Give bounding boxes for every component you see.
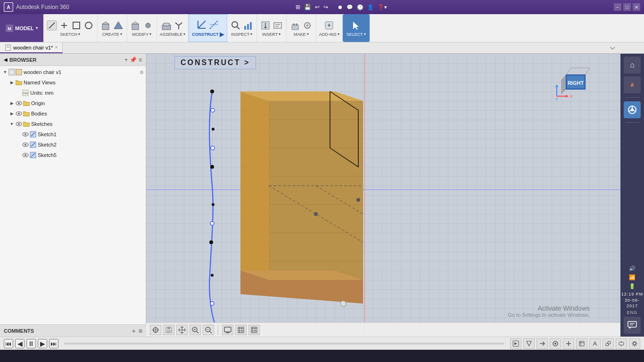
sketch1-eye-icon[interactable] bbox=[22, 131, 29, 138]
record-btn[interactable]: ⏺ bbox=[338, 4, 343, 10]
anim-icon1[interactable] bbox=[510, 338, 521, 349]
browser-pin-btn[interactable]: 📌 bbox=[130, 57, 137, 63]
root-checkbox[interactable] bbox=[8, 69, 15, 75]
view-cube[interactable]: RIGHT Z X bbox=[554, 58, 592, 96]
create-group[interactable]: CREATE▾ bbox=[98, 14, 127, 42]
anim-bar: ⏮ ◀ ⏸ ▶ ⏭ bbox=[0, 337, 644, 350]
toolbar-crosshair-btn[interactable] bbox=[150, 325, 161, 335]
bodies-eye-icon[interactable] bbox=[15, 110, 23, 117]
select-group[interactable]: SELECT▾ bbox=[343, 14, 370, 42]
save-icon[interactable]: 💾 bbox=[304, 4, 311, 10]
modify-group[interactable]: MODIFY▾ bbox=[127, 14, 157, 42]
tree-item-origin[interactable]: ▶ Origin bbox=[0, 98, 146, 108]
volume-icon[interactable]: 🔊 bbox=[629, 264, 636, 272]
anim-icon7[interactable] bbox=[589, 338, 601, 349]
sketch2-eye-icon[interactable] bbox=[22, 141, 29, 148]
anim-icon5[interactable] bbox=[563, 338, 574, 349]
sketch2-label: Sketch2 bbox=[37, 142, 144, 148]
modify-icon1 bbox=[130, 20, 141, 31]
chat-sidebar-icon[interactable] bbox=[624, 317, 641, 334]
toolbar-pan-btn[interactable] bbox=[176, 325, 188, 335]
tree-item-bodies[interactable]: ▶ Bodies bbox=[0, 108, 146, 119]
anim-prev-btn[interactable]: ◀ bbox=[15, 339, 25, 348]
clock-btn[interactable]: 🕐 bbox=[357, 4, 363, 10]
toolbar-zoom2-btn[interactable] bbox=[203, 325, 214, 335]
toolbar-display-btn[interactable] bbox=[222, 325, 233, 335]
sketch-group[interactable]: SKETCH▾ bbox=[43, 14, 98, 42]
insert-group[interactable]: INSERT▾ bbox=[257, 14, 287, 42]
tab-close[interactable]: × bbox=[55, 45, 58, 50]
add-ins-group[interactable]: + ADD-INS▾ bbox=[316, 14, 343, 42]
comments-add-btn[interactable]: + bbox=[132, 327, 136, 335]
battery-icon[interactable]: 🔋 bbox=[629, 282, 636, 290]
minimize-button[interactable]: − bbox=[614, 3, 621, 11]
anim-settings-btn[interactable] bbox=[629, 338, 640, 349]
anim-icon2[interactable] bbox=[523, 338, 535, 349]
time-display: 12:19 PM bbox=[620, 291, 644, 297]
assemble-group[interactable]: ASSEMBLE▾ bbox=[157, 14, 189, 42]
construct-group[interactable]: CONSTRUCT▶ bbox=[189, 14, 227, 42]
comment-btn[interactable]: 💬 bbox=[347, 4, 353, 10]
chair-svg bbox=[184, 73, 382, 327]
tree-item-sketches[interactable]: ▼ Sketches bbox=[0, 119, 146, 129]
svg-marker-38 bbox=[353, 22, 359, 30]
svg-point-89 bbox=[211, 108, 215, 112]
svg-rect-11 bbox=[132, 24, 139, 30]
anim-icon6[interactable] bbox=[576, 338, 587, 349]
browser-menu-btn[interactable]: ≡ bbox=[139, 57, 142, 63]
maximize-button[interactable]: □ bbox=[623, 3, 631, 11]
sketches-expand[interactable]: ▼ bbox=[8, 122, 15, 126]
anim-next-btn[interactable]: ▶ bbox=[38, 339, 47, 348]
browser-add-btn[interactable]: + bbox=[124, 57, 128, 63]
redo-icon[interactable]: ↪ bbox=[323, 4, 328, 10]
tree-root[interactable]: ▼ wooden chair v1 ⚙ bbox=[0, 67, 146, 77]
bodies-expand[interactable]: ▶ bbox=[8, 111, 15, 116]
toolbar-grid-btn[interactable] bbox=[235, 325, 247, 335]
anim-icon4[interactable] bbox=[550, 338, 561, 349]
tree-item-units[interactable]: mm Units: mm bbox=[0, 88, 146, 98]
anim-icon9[interactable] bbox=[616, 338, 627, 349]
svg-point-96 bbox=[314, 212, 318, 216]
a360-icon[interactable]: A bbox=[624, 76, 641, 93]
user-name[interactable]: 👤 bbox=[367, 4, 374, 10]
named-views-expand[interactable]: ▶ bbox=[8, 80, 15, 85]
close-button[interactable]: ✕ bbox=[633, 3, 640, 11]
inspect-group[interactable]: INSPECT▾ bbox=[227, 14, 257, 42]
sketch5-eye-icon[interactable] bbox=[22, 151, 29, 159]
toolbar-grid2-btn[interactable] bbox=[248, 325, 260, 335]
origin-expand[interactable]: ▶ bbox=[8, 101, 15, 106]
chrome-icon[interactable] bbox=[624, 101, 641, 118]
browser-header: ◀ BROWSER + 📌 ≡ bbox=[0, 54, 146, 66]
tree-item-sketch1[interactable]: Sketch1 bbox=[0, 129, 146, 140]
toolbar-save-btn[interactable] bbox=[163, 325, 174, 335]
toolbar-zoom-btn[interactable] bbox=[190, 325, 201, 335]
tree-item-named-views[interactable]: ▶ Named Views bbox=[0, 77, 146, 88]
grid-icon[interactable]: ⊞ bbox=[296, 4, 300, 10]
svg-rect-43 bbox=[16, 69, 22, 75]
sketches-eye-icon[interactable] bbox=[15, 120, 23, 128]
anim-icon3[interactable] bbox=[537, 338, 548, 349]
anim-play-btn[interactable]: ⏸ bbox=[26, 339, 36, 348]
help-btn[interactable]: ❓▾ bbox=[378, 4, 387, 10]
root-expand[interactable]: ▼ bbox=[2, 70, 8, 74]
anim-first-btn[interactable]: ⏮ bbox=[4, 339, 13, 348]
comments-menu-btn[interactable]: ≡ bbox=[139, 327, 142, 335]
browser-collapse-btn[interactable]: ◀ bbox=[4, 57, 8, 62]
viewport[interactable]: CONSTRUCT > bbox=[146, 54, 620, 337]
home-icon[interactable]: ⌂ bbox=[624, 57, 641, 74]
anim-last-btn[interactable]: ⏭ bbox=[49, 339, 58, 348]
tree-item-sketch2[interactable]: Sketch2 bbox=[0, 140, 146, 150]
tree-item-sketch5[interactable]: Sketch5 bbox=[0, 150, 146, 160]
origin-eye-icon[interactable] bbox=[15, 99, 23, 107]
timeline-bar[interactable] bbox=[64, 343, 504, 345]
model-button[interactable]: M MODEL ▾ bbox=[0, 14, 43, 42]
make-group[interactable]: MAKE▾ bbox=[287, 14, 316, 42]
svg-text:X: X bbox=[570, 94, 573, 99]
document-tab[interactable]: wooden chair v1* × bbox=[0, 42, 63, 53]
undo-icon[interactable]: ↩ bbox=[315, 4, 320, 10]
anim-icon8[interactable] bbox=[603, 338, 614, 349]
wifi-icon[interactable]: 📶 bbox=[629, 273, 636, 281]
expand-icon[interactable] bbox=[609, 45, 616, 51]
root-settings[interactable]: ⚙ bbox=[140, 70, 144, 75]
create-icon2 bbox=[113, 20, 124, 31]
